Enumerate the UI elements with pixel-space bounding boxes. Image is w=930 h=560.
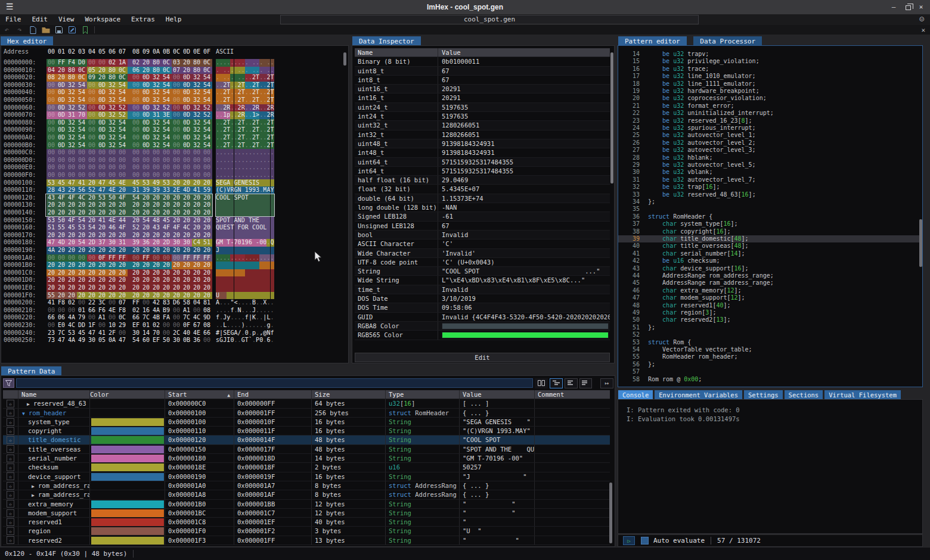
hex-byte[interactable]: 00 [182,164,192,172]
hex-byte[interactable]: 20 [57,247,67,254]
hex-byte[interactable]: 20 [67,284,77,292]
hex-byte[interactable]: 00 [46,82,57,89]
hex-row[interactable]: 00000090:000D3254000D3254000D3254000D325… [1,126,346,134]
hex-byte[interactable]: 4B [151,314,162,322]
hex-ascii-char[interactable]: R [271,104,274,112]
code-line[interactable]: 51}; [618,324,922,331]
code-line[interactable]: 41 char serial_number[14]; [618,250,922,257]
hex-byte[interactable]: 20 [107,262,117,269]
hex-row[interactable]: 00000230:00E04CDD1F001029EF010200000F670… [1,322,346,329]
hex-byte[interactable]: 00 [117,172,128,179]
hex-byte[interactable]: 66 [131,314,141,322]
hex-byte[interactable]: 4F [67,217,77,225]
hex-byte[interactable]: FF [131,299,141,307]
hex-byte[interactable]: 0D [97,97,107,104]
hex-byte[interactable]: 32 [107,119,117,127]
hex-row[interactable]: 00000080:000D3254000D3254000D3254000D325… [1,119,346,127]
hex-byte[interactable]: 20 [192,232,202,239]
favorite-star-icon[interactable]: ☆ [7,463,14,471]
hex-byte[interactable]: 32 [67,119,77,127]
hex-byte[interactable]: 20 [128,247,141,254]
hex-byte[interactable]: 20 [128,201,141,209]
hex-byte[interactable]: 32 [192,134,202,142]
hex-byte[interactable]: 20 [128,209,141,217]
code-line[interactable]: 17 be u32 line_1010_emulator; [618,73,922,80]
restore-button[interactable] [903,2,913,12]
code-line[interactable]: 14 be u32 trapv; [618,51,922,58]
hex-byte[interactable]: 00 [151,157,162,164]
hex-byte[interactable]: 53 [77,224,87,232]
hex-byte[interactable]: 00 [162,149,172,157]
hex-byte[interactable]: 20 [46,201,57,209]
hex-byte[interactable]: 20 [107,201,117,209]
hex-byte[interactable]: 20 [202,224,212,232]
hex-byte[interactable]: 20 [172,262,182,269]
hex-byte[interactable]: 0D [97,134,107,142]
hex-byte[interactable]: 00 [57,157,67,164]
pattern-table-row[interactable]: ☆▶reserved_48_630x000000C00x000000FF64 b… [3,399,610,408]
hex-byte[interactable]: 3E [162,111,172,119]
hex-byte[interactable]: 0D [97,111,107,119]
code-line[interactable]: 30 be u32 vblank; [618,169,922,176]
menu-item-edit[interactable]: Edit [27,14,54,25]
hex-byte[interactable]: 0D [141,89,151,97]
hex-byte[interactable]: 54 [117,97,128,104]
hex-byte[interactable]: 20 [117,284,128,292]
hex-byte[interactable]: 00 [117,164,128,172]
hex-byte[interactable]: 20 [182,232,192,239]
hex-byte[interactable]: 00 [162,329,172,337]
code-line[interactable]: 32 be u32 trap[16]; [618,183,922,191]
code-line[interactable]: 49 char region[3]; [618,309,922,316]
hex-byte[interactable]: 20 [77,209,87,217]
hex-byte[interactable]: 20 [192,217,202,225]
code-line[interactable]: 18 be u32 line_1111_emulator; [618,80,922,88]
hex-byte[interactable]: 20 [162,194,172,202]
hex-byte[interactable]: 83 [162,299,172,307]
inspector-row[interactable]: uint64_t5715159325317484355 [355,158,610,167]
hex-byte[interactable]: 20 [97,292,107,300]
hex-byte[interactable]: 20 [57,201,67,209]
hex-byte[interactable]: 00 [172,111,182,119]
pattern-table-row[interactable]: ☆serial_number0x000001800x0000018D14 byt… [3,454,610,463]
hex-byte[interactable]: 0D [57,111,67,119]
hex-byte[interactable]: 32 [151,134,162,142]
hex-byte[interactable]: 20 [172,194,182,202]
favorite-star-icon[interactable]: ☆ [7,527,14,535]
hex-byte[interactable]: 0D [141,74,151,82]
expand-arrow-icon[interactable]: ▼ [22,409,29,417]
code-line[interactable]: 15 be u32 privilege_violation; [618,58,922,65]
hex-byte[interactable]: 00 [192,164,202,172]
hex-byte[interactable]: 20 [141,59,151,67]
hex-byte[interactable]: 0D [141,104,151,112]
redo-icon[interactable]: ↷ [13,25,26,35]
hex-byte[interactable]: 20 [141,232,151,239]
hex-byte[interactable]: 05 [87,67,97,74]
hex-byte[interactable]: 20 [182,194,192,202]
hex-byte[interactable]: 32 [107,134,117,142]
hex-byte[interactable]: 0C [117,67,128,74]
hex-byte[interactable]: 20 [57,284,67,292]
favorite-star-icon[interactable]: ☆ [7,418,14,426]
hex-ascii-char[interactable]: . [271,149,274,157]
hex-byte[interactable]: 50 [57,217,67,225]
hex-byte[interactable]: 20 [182,292,192,300]
hex-byte[interactable]: 20 [141,67,151,74]
hex-byte[interactable]: 00 [77,157,87,164]
hex-byte[interactable]: 00 [87,126,97,134]
hex-byte[interactable]: 32 [67,142,77,150]
hex-byte[interactable]: 0D [182,111,192,119]
hex-byte[interactable]: 06 [57,314,67,322]
hex-byte[interactable]: 30 [182,239,192,247]
code-line[interactable]: 31 be u32 autovector_level_7; [618,176,922,183]
hex-byte[interactable]: 20 [97,262,107,269]
hex-byte[interactable]: 20 [151,239,162,247]
hex-byte[interactable]: 20 [57,74,67,82]
hex-byte[interactable]: 00 [77,254,87,262]
hex-ascii-char[interactable]: . [271,299,274,307]
hex-byte[interactable]: 20 [151,276,162,284]
hex-byte[interactable]: 00 [128,254,141,262]
hex-byte[interactable]: 20 [87,276,97,284]
hex-byte[interactable]: 4E [107,186,117,194]
expand-arrow-icon[interactable]: ▶ [32,482,38,490]
hex-byte[interactable]: 20 [107,276,117,284]
